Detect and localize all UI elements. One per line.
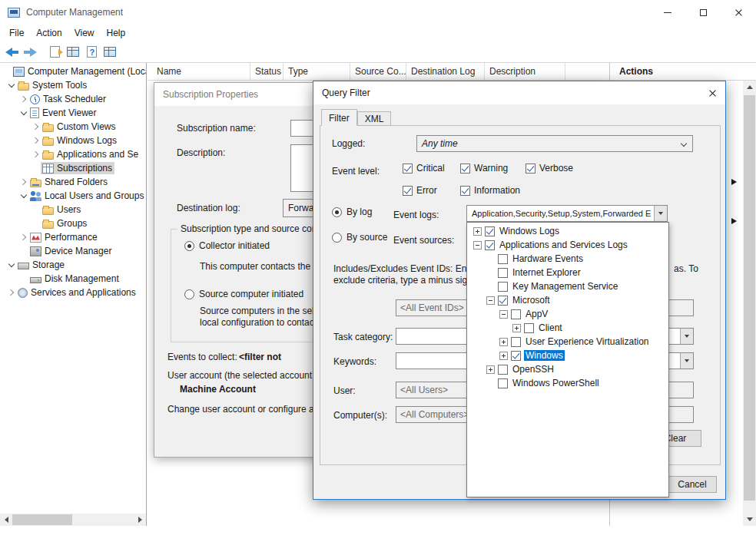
tree-item-applications-and-se[interactable]: Applications and Se xyxy=(0,147,146,161)
chevron-down-icon[interactable] xyxy=(6,258,16,272)
event-logs-select[interactable]: Application,Security,Setup,System,Forwar… xyxy=(466,205,668,222)
log-tree-item-user-experience-virtualization[interactable]: User Experience Virtualization xyxy=(467,335,668,349)
chevron-down-icon[interactable] xyxy=(6,78,16,92)
tree-item-custom-views[interactable]: Custom Views xyxy=(0,120,146,134)
scroll-left-button[interactable] xyxy=(0,514,12,526)
expand-plus-icon[interactable] xyxy=(486,365,495,374)
tree-item-device-manager[interactable]: Device Manager xyxy=(0,244,146,258)
tab-xml[interactable]: XML xyxy=(357,111,392,126)
checkbox-internet-explorer[interactable] xyxy=(498,268,508,278)
forward-button[interactable] xyxy=(22,44,38,61)
checkbox-icon[interactable] xyxy=(460,186,470,196)
tree-item-storage[interactable]: Storage xyxy=(0,258,146,272)
cancel-button[interactable]: Cancel xyxy=(668,476,717,493)
dialog-close-button[interactable] xyxy=(700,82,724,104)
scroll-up-button[interactable] xyxy=(743,81,756,94)
checkbox-windows-powershell[interactable] xyxy=(498,378,508,388)
scrollbar-thumb[interactable] xyxy=(744,95,755,501)
error-checkbox[interactable]: Error xyxy=(403,185,437,196)
log-tree-item-hardware-events[interactable]: Hardware Events xyxy=(467,252,668,266)
radio-button-icon[interactable] xyxy=(184,241,194,251)
column-header-description[interactable]: Description xyxy=(485,63,565,80)
expand-plus-icon[interactable] xyxy=(499,338,508,346)
horizontal-scrollbar[interactable] xyxy=(0,514,146,526)
by-log-radio[interactable]: By log xyxy=(332,207,372,217)
tree-item-local-users-and-groups[interactable]: Local Users and Groups xyxy=(0,189,146,203)
chevron-right-icon[interactable] xyxy=(31,147,41,161)
checkbox-client[interactable] xyxy=(524,323,534,333)
tree-item-users[interactable]: Users xyxy=(0,203,146,216)
back-button[interactable] xyxy=(3,44,20,61)
warning-checkbox[interactable]: Warning xyxy=(460,163,508,174)
checkbox-icon[interactable] xyxy=(403,186,413,196)
checkbox-appv[interactable] xyxy=(511,309,521,319)
chevron-right-icon[interactable] xyxy=(31,120,41,134)
log-tree-item-microsoft[interactable]: Microsoft xyxy=(467,293,668,307)
tree-item-event-viewer[interactable]: Event Viewer xyxy=(0,106,146,120)
scrollbar-track[interactable] xyxy=(12,514,134,526)
action-expand-arrow[interactable] xyxy=(731,179,737,185)
log-tree-item-windows[interactable]: Windows xyxy=(467,349,668,362)
checkbox-microsoft[interactable] xyxy=(498,296,508,306)
log-tree-item-openssh[interactable]: OpenSSH xyxy=(467,362,668,376)
expand-plus-icon[interactable] xyxy=(499,352,508,360)
column-header-name[interactable]: Name xyxy=(148,63,250,80)
export-list-button[interactable] xyxy=(46,44,63,61)
log-tree-item-key-management-service[interactable]: Key Management Service xyxy=(467,279,668,293)
expand-plus-icon[interactable] xyxy=(473,227,482,236)
critical-checkbox[interactable]: Critical xyxy=(403,163,445,174)
tree-item-computer-management-local[interactable]: Computer Management (Local xyxy=(0,64,146,78)
help-button[interactable] xyxy=(83,44,100,61)
close-button[interactable] xyxy=(721,0,756,25)
chevron-right-icon[interactable] xyxy=(31,134,41,147)
checkbox-windows-logs[interactable] xyxy=(485,226,495,236)
expand-plus-icon[interactable] xyxy=(512,324,521,332)
chevron-right-icon[interactable] xyxy=(18,230,28,244)
show-console-tree-button[interactable] xyxy=(65,44,81,61)
verbose-checkbox[interactable]: Verbose xyxy=(526,163,573,174)
by-source-radio[interactable]: By source xyxy=(332,232,387,243)
dropdown-button[interactable] xyxy=(680,329,693,344)
checkbox-hardware-events[interactable] xyxy=(498,254,508,264)
scroll-down-button[interactable] xyxy=(743,513,756,526)
checkbox-icon[interactable] xyxy=(460,164,470,174)
menu-help[interactable]: Help xyxy=(101,26,132,40)
tree-item-groups[interactable]: Groups xyxy=(0,216,146,230)
vertical-scrollbar[interactable] xyxy=(743,81,756,526)
tab-filter[interactable]: Filter xyxy=(321,109,357,126)
log-tree-item-applications-and-services-logs[interactable]: Applications and Services Logs xyxy=(467,238,668,252)
collapse-minus-icon[interactable] xyxy=(473,241,482,250)
collapse-minus-icon[interactable] xyxy=(486,296,495,305)
tree-item-shared-folders[interactable]: Shared Folders xyxy=(0,175,146,189)
checkbox-openssh[interactable] xyxy=(498,365,508,375)
menu-action[interactable]: Action xyxy=(30,26,68,40)
log-tree-item-appv[interactable]: AppV xyxy=(467,307,668,321)
chevron-right-icon[interactable] xyxy=(18,92,28,106)
log-tree-item-windows-powershell[interactable]: Windows PowerShell xyxy=(467,376,668,390)
log-tree-item-internet-explorer[interactable]: Internet Explorer xyxy=(467,266,668,279)
information-checkbox[interactable]: Information xyxy=(460,185,520,196)
chevron-down-icon[interactable] xyxy=(18,189,28,203)
tree-item-disk-management[interactable]: Disk Management xyxy=(0,272,146,286)
source-initiated-radio[interactable]: Source computer initiated xyxy=(184,289,303,299)
chevron-right-icon[interactable] xyxy=(18,175,28,189)
tree-item-system-tools[interactable]: System Tools xyxy=(0,78,146,92)
checkbox-icon[interactable] xyxy=(403,164,413,174)
checkbox-key-management-service[interactable] xyxy=(498,282,508,292)
tree-item-subscriptions[interactable]: Subscriptions xyxy=(0,161,146,175)
tree-item-task-scheduler[interactable]: Task Scheduler xyxy=(0,92,146,106)
log-tree-item-client[interactable]: Client xyxy=(467,321,668,335)
chevron-down-icon[interactable] xyxy=(18,106,28,120)
tree-item-services-and-applications[interactable]: Services and Applications xyxy=(0,286,146,299)
maximize-button[interactable] xyxy=(685,0,721,25)
collector-initiated-radio[interactable]: Collector initiated xyxy=(184,240,270,251)
standard-view-button[interactable] xyxy=(101,44,118,61)
dropdown-button[interactable] xyxy=(680,353,693,368)
menu-view[interactable]: View xyxy=(68,26,101,40)
action-expand-arrow[interactable] xyxy=(731,218,737,224)
column-header-destination-log[interactable]: Destination Log xyxy=(406,63,485,80)
radio-button-icon[interactable] xyxy=(332,207,342,217)
column-header-source-co[interactable]: Source Co... xyxy=(350,63,406,80)
tree-item-performance[interactable]: Performance xyxy=(0,230,146,244)
chevron-right-icon[interactable] xyxy=(6,286,16,299)
